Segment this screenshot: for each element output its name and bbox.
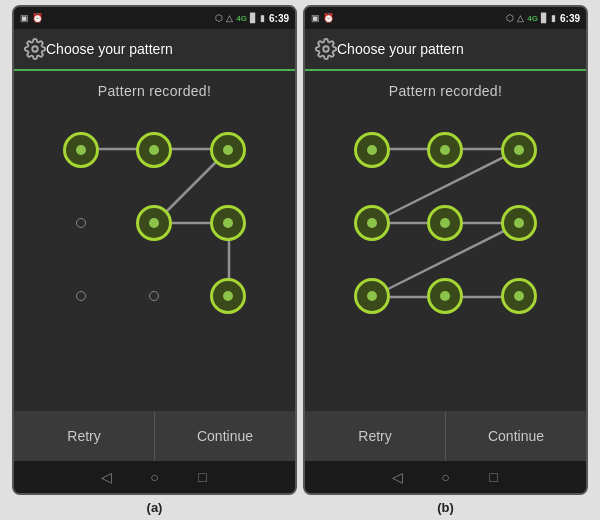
dots-grid	[336, 113, 556, 333]
retry-button[interactable]: Retry	[14, 411, 155, 461]
nav-bar: ◁ ○ □	[14, 461, 295, 493]
signal-icon: ▊	[250, 13, 257, 23]
status-bar: ▣ ⏰ ⬡ △ 4G ▊ ▮ 6:39	[14, 7, 295, 29]
dot-inner	[223, 218, 233, 228]
dot-inner	[367, 291, 377, 301]
dot-cell-0	[45, 113, 118, 186]
phone-phone-b: ▣ ⏰ ⬡ △ 4G ▊ ▮ 6:39 Choose your pattern …	[303, 5, 588, 495]
phone-phone-a: ▣ ⏰ ⬡ △ 4G ▊ ▮ 6:39 Choose your pattern …	[12, 5, 297, 495]
network-icon: 4G	[236, 14, 247, 23]
pattern-recorded-text: Pattern recorded!	[389, 83, 502, 99]
app-bar: Choose your pattern	[305, 29, 586, 71]
dot-cell-2	[191, 113, 264, 186]
retry-button[interactable]: Retry	[305, 411, 446, 461]
dot-active-4	[136, 205, 172, 241]
dot-cell-6	[45, 260, 118, 333]
dot-active-8	[210, 278, 246, 314]
network-icon: 4G	[527, 14, 538, 23]
app-bar-title: Choose your pattern	[46, 41, 173, 57]
dot-cell-5	[191, 186, 264, 259]
svg-point-6	[323, 46, 329, 52]
svg-point-0	[32, 46, 38, 52]
dot-cell-8	[191, 260, 264, 333]
dot-cell-2	[482, 113, 555, 186]
phones-row: ▣ ⏰ ⬡ △ 4G ▊ ▮ 6:39 Choose your pattern …	[12, 5, 588, 515]
phone-label-phone-a: (a)	[147, 500, 163, 515]
alarm-icon: ⏰	[32, 13, 43, 23]
dot-inner	[223, 291, 233, 301]
dot-cell-5	[482, 186, 555, 259]
dot-inner	[149, 145, 159, 155]
dot-inner	[149, 218, 159, 228]
phone-label-phone-b: (b)	[437, 500, 454, 515]
phone-wrapper-phone-b: ▣ ⏰ ⬡ △ 4G ▊ ▮ 6:39 Choose your pattern …	[303, 5, 588, 515]
dot-active-4	[427, 205, 463, 241]
dot-active-0	[354, 132, 390, 168]
dot-active-3	[354, 205, 390, 241]
dot-inner	[367, 145, 377, 155]
dot-active-2	[501, 132, 537, 168]
pattern-grid	[336, 113, 556, 333]
continue-button[interactable]: Continue	[446, 411, 586, 461]
gear-icon	[24, 38, 46, 60]
status-bar-left: ▣ ⏰	[20, 13, 43, 23]
status-bar: ▣ ⏰ ⬡ △ 4G ▊ ▮ 6:39	[305, 7, 586, 29]
dot-inner	[514, 145, 524, 155]
dot-inner	[514, 218, 524, 228]
pattern-recorded-text: Pattern recorded!	[98, 83, 211, 99]
dot-inner	[440, 218, 450, 228]
app-bar: Choose your pattern	[14, 29, 295, 71]
dot-cell-7	[409, 260, 482, 333]
wifi-icon: △	[226, 13, 233, 23]
app-bar-title: Choose your pattern	[337, 41, 464, 57]
status-icons-right: ⬡ △ 4G ▊ ▮	[215, 13, 265, 23]
dot-cell-8	[482, 260, 555, 333]
dot-active-7	[427, 278, 463, 314]
dot-active-5	[210, 205, 246, 241]
home-nav-button[interactable]: ○	[437, 468, 455, 486]
sim-icon: ▣	[20, 13, 29, 23]
gear-icon	[315, 38, 337, 60]
dot-cell-3	[45, 186, 118, 259]
back-nav-button[interactable]: ◁	[98, 468, 116, 486]
dot-inactive-7	[149, 291, 159, 301]
dot-inner	[440, 145, 450, 155]
home-nav-button[interactable]: ○	[146, 468, 164, 486]
nav-bar: ◁ ○ □	[305, 461, 586, 493]
dot-active-1	[427, 132, 463, 168]
dot-cell-4	[409, 186, 482, 259]
pattern-grid	[45, 113, 265, 333]
dot-cell-1	[409, 113, 482, 186]
dot-cell-7	[118, 260, 191, 333]
dot-cell-6	[336, 260, 409, 333]
dot-cell-4	[118, 186, 191, 259]
recents-nav-button[interactable]: □	[485, 468, 503, 486]
dot-active-5	[501, 205, 537, 241]
battery-icon: ▮	[551, 13, 556, 23]
bluetooth-icon: ⬡	[215, 13, 223, 23]
sim-icon: ▣	[311, 13, 320, 23]
dot-active-1	[136, 132, 172, 168]
dot-inner	[367, 218, 377, 228]
signal-icon: ▊	[541, 13, 548, 23]
dot-active-6	[354, 278, 390, 314]
status-time: 6:39	[560, 13, 580, 24]
dot-active-0	[63, 132, 99, 168]
dot-inner	[223, 145, 233, 155]
battery-icon: ▮	[260, 13, 265, 23]
continue-button[interactable]: Continue	[155, 411, 295, 461]
phone-wrapper-phone-a: ▣ ⏰ ⬡ △ 4G ▊ ▮ 6:39 Choose your pattern …	[12, 5, 297, 515]
dot-inner	[76, 145, 86, 155]
bottom-bar: RetryContinue	[305, 411, 586, 461]
dot-cell-1	[118, 113, 191, 186]
phone-content: Pattern recorded!	[305, 71, 586, 411]
dot-inactive-3	[76, 218, 86, 228]
status-time: 6:39	[269, 13, 289, 24]
bottom-bar: RetryContinue	[14, 411, 295, 461]
dot-cell-0	[336, 113, 409, 186]
phone-content: Pattern recorded!	[14, 71, 295, 411]
dot-active-8	[501, 278, 537, 314]
back-nav-button[interactable]: ◁	[389, 468, 407, 486]
recents-nav-button[interactable]: □	[194, 468, 212, 486]
dot-inner	[440, 291, 450, 301]
